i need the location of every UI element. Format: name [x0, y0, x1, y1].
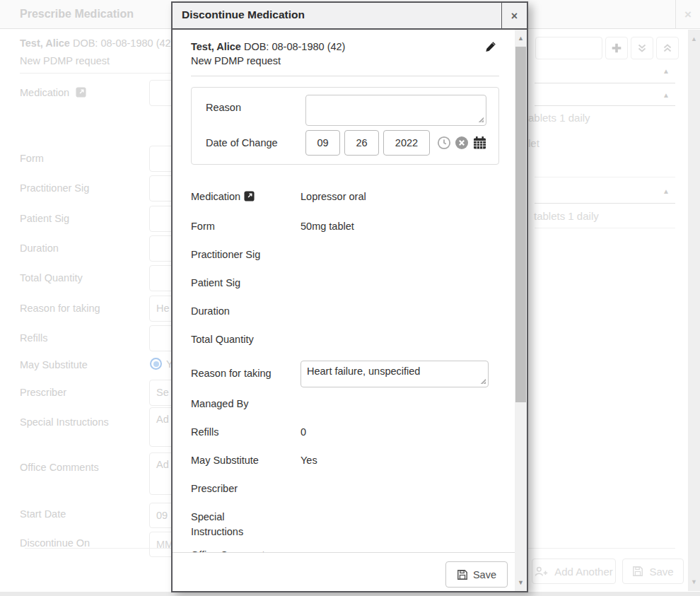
external-link-icon: [76, 87, 86, 100]
bg-label-office-comments: Office Comments: [20, 462, 99, 473]
divider: [535, 105, 675, 106]
bg-label-medication: Medication: [20, 87, 86, 100]
collapse-arrow-icon: ▲: [663, 67, 670, 75]
collapse-arrow-icon: ▲: [663, 91, 670, 99]
bg-label-reason-for-taking: Reason for taking: [20, 303, 100, 314]
bg-label-prescriber: Prescriber: [20, 387, 66, 398]
bg-label-refills: Refills: [20, 332, 47, 344]
field-label: Form: [191, 219, 272, 234]
field-label: Duration: [191, 304, 272, 319]
scroll-up-icon[interactable]: ▲: [515, 35, 527, 42]
dialog-body: Test, Alice DOB: 08-08-1980 (42) New PDM…: [173, 31, 515, 591]
field-label: Patient Sig: [191, 276, 272, 291]
save-button[interactable]: Save: [445, 561, 508, 588]
field-value: Yes: [301, 453, 317, 468]
scroll-up-icon: ▲: [688, 35, 700, 42]
patient-dob: DOB: 08-08-1980 (42): [244, 41, 345, 52]
edit-pencil-icon[interactable]: [485, 41, 496, 54]
external-link-icon[interactable]: [244, 191, 255, 206]
scroll-down-icon[interactable]: ▼: [515, 579, 527, 586]
divider: [535, 83, 675, 83]
background-close-icon: ×: [676, 0, 700, 29]
field-label: Refills: [191, 425, 272, 440]
scroll-down-icon: ▼: [688, 578, 700, 585]
divider: [535, 228, 675, 228]
field-row-may-substitute: May Substitute Yes: [191, 453, 499, 468]
divider: [20, 73, 197, 74]
bg-label-practitioner-sig: Practitioner Sig: [20, 182, 89, 194]
bg-save-button: Save: [622, 559, 684, 584]
double-chevron-down-icon: [636, 42, 648, 54]
date-of-change-row: Date of Change: [206, 130, 489, 156]
field-row-medication: Medication Lopressor oral: [191, 189, 499, 206]
dialog-footer: Save: [173, 552, 515, 591]
bg-med-row-text: tablets 1 daily: [534, 210, 599, 222]
save-floppy-icon: [632, 566, 643, 577]
patient-name: Test, Alice: [191, 41, 241, 52]
double-chevron-up-icon: [662, 42, 673, 54]
add-another-icon: [535, 566, 549, 578]
divider: [535, 177, 675, 177]
clock-icon[interactable]: [437, 136, 451, 150]
request-line: New PDMP request: [191, 54, 499, 68]
background-patient-line: Test, Alice DOB: 08-08-1980 (42): [20, 37, 174, 49]
date-year-input[interactable]: [383, 130, 430, 156]
dialog-header: Discontinue Medication ×: [173, 3, 527, 30]
field-label: Special Instructions: [191, 510, 272, 539]
bg-label-may-substitute: May Substitute: [20, 359, 88, 370]
bg-label-patient-sig: Patient Sig: [20, 213, 69, 224]
bg-med-row-text: let: [528, 137, 539, 149]
bg-medication-search-input: [535, 37, 602, 59]
field-label: Medication: [191, 189, 272, 206]
calendar-icon[interactable]: [472, 136, 487, 150]
collapse-arrow-icon: ▲: [663, 187, 670, 195]
field-value: Lopressor oral: [301, 189, 366, 206]
field-row-managed-by: Managed By: [191, 397, 499, 411]
bg-save-label: Save: [649, 566, 673, 578]
bg-label-discontinue-on: Discontinue On: [20, 537, 90, 549]
dialog-close-button[interactable]: ×: [501, 3, 527, 28]
patient-name: Test, Alice: [20, 37, 70, 49]
dialog-title: Discontinue Medication: [173, 3, 501, 28]
clear-date-icon[interactable]: [455, 136, 469, 150]
field-row-refills: Refills 0: [191, 425, 499, 440]
reason-textarea[interactable]: [305, 95, 486, 126]
field-label: May Substitute: [191, 453, 272, 468]
bg-label-total-quantity: Total Quantity: [20, 272, 83, 284]
field-row-patient-sig: Patient Sig: [191, 276, 499, 291]
field-label: Practitioner Sig: [191, 247, 272, 262]
divider: [535, 203, 675, 204]
save-floppy-icon: [457, 569, 468, 580]
patient-dob: DOB: 08-08-1980 (42): [73, 37, 174, 49]
field-row-form: Form 50mg tablet: [191, 219, 499, 234]
field-row-reason-for-taking: Reason for taking Heart failure, unspeci…: [191, 361, 499, 390]
field-label: Reason for taking: [191, 361, 272, 390]
bg-expand-all-button: [631, 37, 653, 59]
page-scrollbar: ▲ ▼: [688, 30, 700, 591]
discontinue-medication-dialog: Discontinue Medication × Test, Alice DOB…: [171, 1, 528, 592]
bg-label-special-instructions: Special Instructions: [20, 416, 109, 428]
date-month-input[interactable]: [305, 130, 340, 156]
discontinue-reason-section: Reason Date of Change: [191, 87, 499, 165]
field-label: Total Quantity: [191, 332, 272, 347]
field-label: Prescriber: [191, 481, 272, 496]
date-day-input[interactable]: [344, 130, 379, 156]
dialog-scrollbar[interactable]: ▲ ▼: [515, 30, 527, 591]
reason-label: Reason: [206, 95, 305, 113]
bg-may-substitute-radio: [150, 358, 162, 370]
field-row-prescriber: Prescriber: [191, 481, 499, 496]
reason-row: Reason: [206, 95, 489, 128]
field-row-practitioner-sig: Practitioner Sig: [191, 247, 499, 262]
background-request-line: New PDMP request: [20, 55, 110, 66]
field-row-duration: Duration: [191, 304, 499, 319]
add-another-label: Add Another: [554, 566, 613, 578]
field-label: Managed By: [191, 397, 272, 411]
background-page-title: Prescribe Medication: [20, 8, 134, 21]
bg-label-duration: Duration: [20, 243, 59, 254]
bg-label-form: Form: [20, 153, 44, 164]
save-label: Save: [473, 569, 496, 580]
scrollbar-thumb[interactable]: [515, 47, 526, 402]
plus-icon: [610, 42, 623, 54]
bg-add-button: [605, 37, 628, 59]
reason-for-taking-textarea[interactable]: Heart failure, unspecified: [301, 361, 489, 387]
